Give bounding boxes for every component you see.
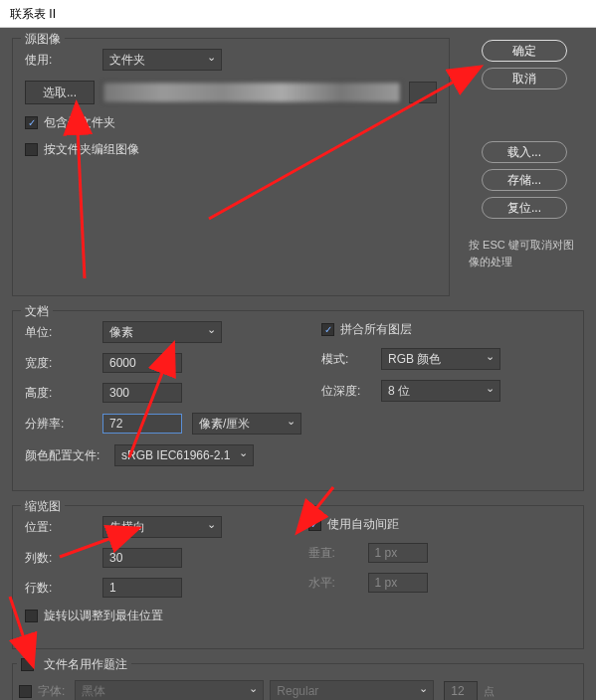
dialog-title: 联系表 II <box>0 0 596 28</box>
res-label: 分辨率: <box>25 416 102 433</box>
group-folder-label: 按文件夹编组图像 <box>44 141 139 158</box>
res-unit-select[interactable]: 像素/厘米 <box>192 413 301 435</box>
use-label: 使用: <box>25 52 102 69</box>
rotate-label: 旋转以调整到最佳位置 <box>44 608 163 624</box>
source-group: 源图像 使用: 文件夹 选取... 包含子文件夹 按文件夹编组图像 <box>12 38 450 296</box>
cols-input[interactable] <box>102 548 182 568</box>
font-select: 黑体 <box>75 680 264 700</box>
depth-select[interactable]: 8 位 <box>381 380 500 402</box>
vert-label: 垂直: <box>308 545 368 562</box>
rows-label: 行数: <box>25 580 102 597</box>
place-label: 位置: <box>25 519 102 536</box>
caption-group: 文件名用作题注 字体: 黑体 Regular 点 <box>12 663 584 700</box>
thumb-group: 缩览图 位置: 先横向 列数: 行数: <box>12 505 584 649</box>
height-label: 高度: <box>25 385 102 402</box>
path-browse[interactable] <box>409 82 437 103</box>
caption-title: 文件名用作题注 <box>44 656 127 673</box>
group-folder-checkbox[interactable] <box>25 143 38 156</box>
font-checkbox[interactable] <box>19 685 32 698</box>
document-group: 文档 单位: 像素 宽度: 高度: 分辨率 <box>12 310 584 491</box>
width-input[interactable] <box>102 353 182 373</box>
mode-label: 模式: <box>321 351 381 368</box>
cancel-button[interactable]: 取消 <box>482 68 567 89</box>
place-select[interactable]: 先横向 <box>102 516 222 538</box>
include-sub-checkbox[interactable] <box>25 116 38 129</box>
ok-button[interactable]: 确定 <box>482 40 567 62</box>
document-title: 文档 <box>21 303 53 320</box>
auto-spacing-label: 使用自动间距 <box>327 516 399 533</box>
auto-spacing-checkbox[interactable] <box>308 518 321 531</box>
mode-select[interactable]: RGB 颜色 <box>381 348 500 370</box>
res-input[interactable] <box>102 414 182 434</box>
use-select[interactable]: 文件夹 <box>102 49 222 71</box>
font-size-input <box>444 681 478 700</box>
include-sub-label: 包含子文件夹 <box>44 114 115 131</box>
path-display <box>102 82 401 103</box>
rotate-checkbox[interactable] <box>25 610 38 622</box>
height-input[interactable] <box>102 383 182 403</box>
flatten-label: 拼合所有图层 <box>340 321 412 338</box>
profile-label: 颜色配置文件: <box>25 447 114 464</box>
cols-label: 列数: <box>25 550 102 567</box>
pt-label: 点 <box>484 684 495 699</box>
font-label: 字体: <box>38 683 65 700</box>
save-button[interactable]: 存储... <box>482 169 567 191</box>
choose-button[interactable]: 选取... <box>25 81 95 104</box>
profile-select[interactable]: sRGB IEC61966-2.1 <box>114 444 254 466</box>
esc-note: 按 ESC 键可取消对图像的处理 <box>469 237 580 269</box>
rows-input[interactable] <box>102 578 182 598</box>
thumb-title: 缩览图 <box>21 498 65 515</box>
caption-checkbox[interactable] <box>21 658 34 671</box>
depth-label: 位深度: <box>321 383 381 400</box>
width-label: 宽度: <box>25 355 102 372</box>
horz-input <box>368 573 428 593</box>
source-title: 源图像 <box>21 31 65 48</box>
unit-label: 单位: <box>25 324 102 341</box>
load-button[interactable]: 载入... <box>482 141 567 163</box>
unit-select[interactable]: 像素 <box>102 321 222 343</box>
horz-label: 水平: <box>308 575 368 592</box>
flatten-checkbox[interactable] <box>321 323 334 336</box>
reset-button[interactable]: 复位... <box>482 197 567 219</box>
font-style-select: Regular <box>270 680 434 700</box>
caption-title-wrap: 文件名用作题注 <box>17 656 131 673</box>
vert-input <box>368 543 428 563</box>
